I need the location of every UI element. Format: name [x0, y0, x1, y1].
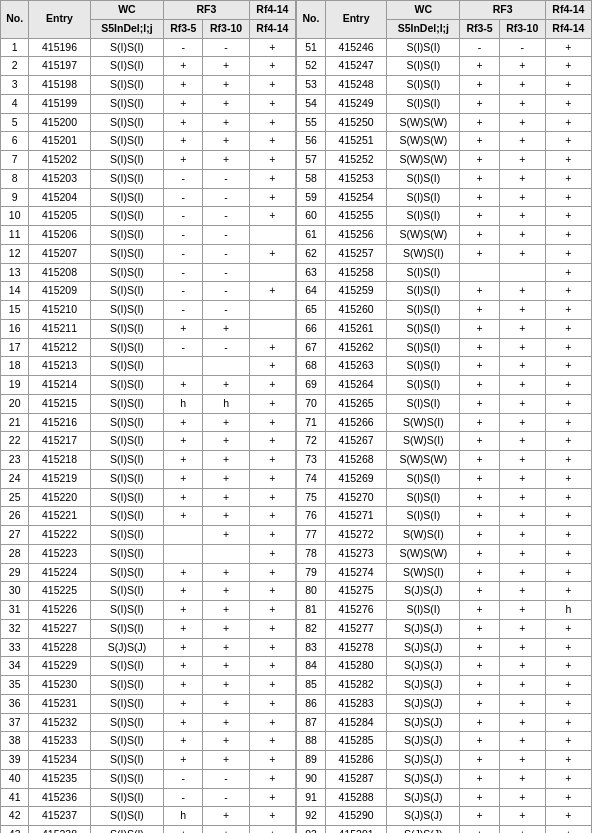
- cell-entry: 415208: [29, 263, 91, 282]
- cell-no: 39: [1, 751, 29, 770]
- cell-no: 22: [1, 432, 29, 451]
- cell-entry: 415286: [325, 751, 386, 770]
- cell-wc: S(I)S(I): [387, 601, 460, 620]
- cell-rf3-10: -: [203, 169, 249, 188]
- cell-rf4-14: +: [249, 57, 295, 76]
- cell-rf3-5: +: [460, 769, 499, 788]
- cell-rf3-5: +: [460, 657, 499, 676]
- cell-rf3-5: -: [460, 38, 499, 57]
- cell-wc: S(J)S(J): [387, 788, 460, 807]
- cell-rf3-10: +: [203, 694, 249, 713]
- cell-rf4-14: +: [545, 301, 591, 320]
- cell-rf4-14: +: [249, 563, 295, 582]
- cell-rf3-5: +: [460, 544, 499, 563]
- cell-wc: S(I)S(I): [90, 244, 163, 263]
- cell-rf4-14: +: [545, 657, 591, 676]
- cell-entry: 415226: [29, 601, 91, 620]
- cell-entry: 415235: [29, 769, 91, 788]
- cell-wc: S(I)S(I): [90, 826, 163, 834]
- cell-wc: S(I)S(I): [90, 413, 163, 432]
- cell-entry: 415270: [325, 488, 386, 507]
- cell-wc: S(I)S(I): [90, 76, 163, 95]
- cell-wc: S(I)S(I): [90, 601, 163, 620]
- cell-wc: S(I)S(I): [90, 132, 163, 151]
- cell-rf3-5: +: [460, 676, 499, 695]
- cell-rf4-14: [249, 319, 295, 338]
- cell-no: 62: [297, 244, 326, 263]
- cell-rf3-5: +: [460, 207, 499, 226]
- cell-wc: S(I)S(I): [387, 469, 460, 488]
- cell-wc: S(I)S(I): [90, 694, 163, 713]
- cell-entry: 415204: [29, 188, 91, 207]
- cell-rf4-14: +: [249, 488, 295, 507]
- cell-rf3-5: +: [460, 394, 499, 413]
- cell-rf3-5: -: [164, 769, 203, 788]
- cell-rf3-5: +: [460, 582, 499, 601]
- cell-rf4-14: +: [545, 432, 591, 451]
- cell-entry: 415221: [29, 507, 91, 526]
- cell-entry: 415247: [325, 57, 386, 76]
- cell-rf3-5: +: [460, 188, 499, 207]
- cell-rf4-14: +: [249, 694, 295, 713]
- cell-rf4-14: +: [249, 38, 295, 57]
- cell-rf4-14: +: [545, 694, 591, 713]
- cell-entry: 415275: [325, 582, 386, 601]
- table-row: 60 415255 S(I)S(I) + + +: [297, 207, 592, 226]
- cell-rf3-5: +: [460, 563, 499, 582]
- table-row: 71 415266 S(W)S(I) + + +: [297, 413, 592, 432]
- cell-rf3-10: -: [203, 769, 249, 788]
- cell-rf4-14: +: [249, 713, 295, 732]
- cell-no: 19: [1, 376, 29, 395]
- cell-rf3-5: +: [460, 732, 499, 751]
- cell-rf4-14: +: [249, 582, 295, 601]
- table-row: 64 415259 S(I)S(I) + + +: [297, 282, 592, 301]
- cell-rf3-10: +: [203, 57, 249, 76]
- table-row: 85 415282 S(J)S(J) + + +: [297, 676, 592, 695]
- cell-rf3-5: +: [460, 713, 499, 732]
- cell-rf4-14: +: [545, 638, 591, 657]
- cell-wc: S(I)S(I): [90, 676, 163, 695]
- cell-wc: S(I)S(I): [387, 394, 460, 413]
- cell-rf4-14: +: [249, 188, 295, 207]
- cell-entry: 415211: [29, 319, 91, 338]
- cell-entry: 415251: [325, 132, 386, 151]
- cell-rf4-14: +: [249, 282, 295, 301]
- cell-wc: S(I)S(I): [90, 282, 163, 301]
- cell-rf4-14: +: [545, 582, 591, 601]
- table-row: 63 415258 S(I)S(I) +: [297, 263, 592, 282]
- cell-rf3-5: +: [460, 432, 499, 451]
- cell-wc: S(I)S(I): [90, 582, 163, 601]
- cell-no: 12: [1, 244, 29, 263]
- table-row: 19 415214 S(I)S(I) + + +: [1, 376, 296, 395]
- cell-rf3-10: +: [499, 788, 545, 807]
- cell-rf3-5: +: [460, 507, 499, 526]
- table-row: 22 415217 S(I)S(I) + + +: [1, 432, 296, 451]
- cell-rf3-5: -: [164, 338, 203, 357]
- cell-no: 14: [1, 282, 29, 301]
- col-subheader-wc: S5InDel;l;j: [90, 19, 163, 38]
- cell-wc: S(W)S(W): [387, 544, 460, 563]
- cell-rf3-10: +: [499, 526, 545, 545]
- table-row: 67 415262 S(I)S(I) + + +: [297, 338, 592, 357]
- cell-rf3-5: +: [460, 113, 499, 132]
- cell-entry: 415277: [325, 619, 386, 638]
- cell-no: 74: [297, 469, 326, 488]
- cell-wc: S(I)S(I): [90, 732, 163, 751]
- cell-no: 8: [1, 169, 29, 188]
- cell-rf4-14: +: [545, 413, 591, 432]
- cell-rf3-5: -: [164, 38, 203, 57]
- cell-entry: 415231: [29, 694, 91, 713]
- cell-wc: S(J)S(J): [387, 769, 460, 788]
- cell-rf4-14: +: [249, 169, 295, 188]
- cell-wc: S(I)S(I): [387, 507, 460, 526]
- cell-rf3-5: +: [164, 619, 203, 638]
- cell-rf3-10: +: [203, 469, 249, 488]
- cell-rf3-10: +: [499, 694, 545, 713]
- cell-rf3-5: +: [164, 657, 203, 676]
- cell-rf3-10: +: [203, 113, 249, 132]
- cell-rf4-14: +: [545, 807, 591, 826]
- cell-rf4-14: [249, 226, 295, 245]
- cell-rf4-14: +: [545, 394, 591, 413]
- cell-wc: S(I)S(I): [90, 788, 163, 807]
- cell-entry: 415273: [325, 544, 386, 563]
